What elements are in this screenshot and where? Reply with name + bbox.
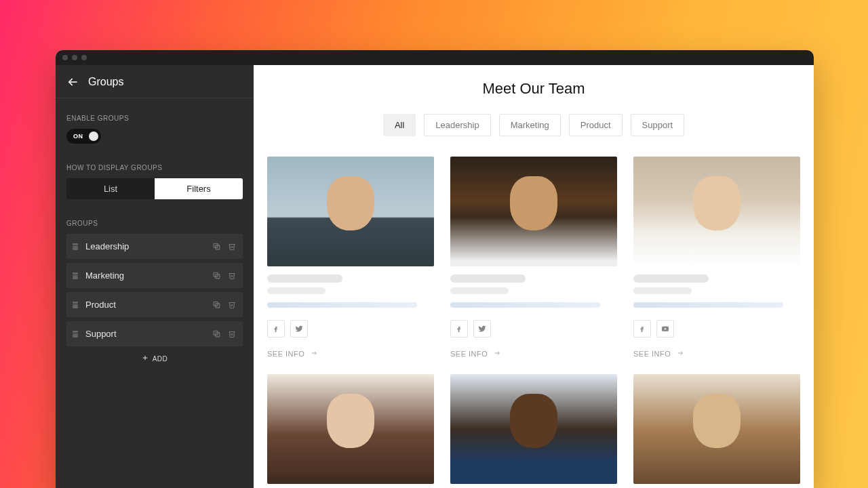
group-item-product[interactable]: Product bbox=[66, 292, 243, 317]
arrow-right-icon bbox=[310, 350, 318, 358]
display-mode-list[interactable]: List bbox=[66, 178, 155, 199]
group-item-label: Support bbox=[85, 329, 212, 339]
toggle-knob bbox=[89, 131, 98, 141]
arrow-right-icon bbox=[493, 350, 501, 358]
app-window: Groups ENABLE GROUPS ON HOW TO DISPLAY G… bbox=[56, 50, 814, 488]
see-info-link[interactable]: SEE INFO bbox=[633, 350, 800, 358]
group-item-label: Marketing bbox=[85, 270, 212, 281]
display-mode-filters[interactable]: Filters bbox=[155, 178, 243, 199]
group-item-label: Leadership bbox=[85, 241, 212, 251]
group-item-label: Product bbox=[85, 300, 212, 310]
facebook-icon[interactable] bbox=[267, 320, 285, 338]
filter-chip-product[interactable]: Product bbox=[569, 114, 623, 136]
delete-icon[interactable] bbox=[228, 271, 236, 280]
placeholder-role bbox=[267, 287, 326, 294]
duplicate-icon[interactable] bbox=[212, 242, 221, 251]
group-item-leadership[interactable]: Leadership bbox=[66, 234, 243, 259]
add-group-button[interactable]: ADD bbox=[66, 354, 243, 363]
team-card: SEE INFO bbox=[450, 157, 617, 358]
team-grid: SEE INFO bbox=[267, 157, 800, 484]
enable-groups-label: ENABLE GROUPS bbox=[66, 115, 243, 122]
group-item-support[interactable]: Support bbox=[66, 321, 243, 346]
duplicate-icon[interactable] bbox=[212, 329, 221, 338]
member-photo bbox=[267, 157, 434, 266]
enable-groups-toggle[interactable]: ON bbox=[66, 129, 101, 144]
group-item-marketing[interactable]: Marketing bbox=[66, 263, 243, 288]
placeholder-name bbox=[633, 274, 709, 283]
drag-handle-icon[interactable] bbox=[72, 243, 79, 249]
traffic-light-close[interactable] bbox=[62, 55, 68, 60]
youtube-icon[interactable] bbox=[656, 320, 674, 338]
member-photo bbox=[633, 157, 800, 266]
filter-chip-support[interactable]: Support bbox=[631, 114, 685, 136]
member-photo bbox=[267, 374, 434, 484]
back-arrow-icon[interactable] bbox=[66, 76, 79, 88]
placeholder-name bbox=[267, 274, 342, 283]
filter-row: All Leadership Marketing Product Support bbox=[267, 114, 800, 136]
see-info-link[interactable]: SEE INFO bbox=[450, 350, 617, 358]
delete-icon[interactable] bbox=[228, 300, 236, 309]
filter-chip-marketing[interactable]: Marketing bbox=[499, 114, 561, 136]
member-photo bbox=[450, 374, 617, 484]
page-title: Meet Our Team bbox=[267, 80, 800, 98]
facebook-icon[interactable] bbox=[450, 320, 468, 338]
team-card: SEE INFO bbox=[267, 157, 434, 358]
sidebar-title: Groups bbox=[88, 76, 123, 88]
member-photo bbox=[633, 374, 800, 484]
toggle-state-label: ON bbox=[73, 133, 83, 140]
placeholder-bio bbox=[267, 302, 417, 308]
drag-handle-icon[interactable] bbox=[72, 302, 79, 308]
placeholder-bio bbox=[450, 302, 600, 308]
placeholder-role bbox=[633, 287, 692, 294]
team-card bbox=[450, 374, 617, 484]
placeholder-name bbox=[450, 274, 526, 283]
traffic-light-zoom[interactable] bbox=[81, 55, 87, 60]
plus-icon bbox=[142, 354, 149, 363]
window-titlebar bbox=[56, 50, 814, 65]
add-button-label: ADD bbox=[153, 355, 168, 363]
groups-section-label: GROUPS bbox=[66, 220, 243, 227]
delete-icon[interactable] bbox=[228, 242, 236, 251]
facebook-icon[interactable] bbox=[633, 320, 651, 338]
team-card: SEE INFO bbox=[633, 157, 800, 358]
member-photo bbox=[450, 157, 617, 266]
preview-pane: Meet Our Team All Leadership Marketing P… bbox=[254, 65, 814, 488]
see-info-label: SEE INFO bbox=[633, 350, 671, 358]
display-mode-segmented: List Filters bbox=[66, 178, 243, 199]
twitter-icon[interactable] bbox=[290, 320, 308, 338]
placeholder-bio bbox=[633, 302, 783, 308]
delete-icon[interactable] bbox=[228, 329, 236, 338]
duplicate-icon[interactable] bbox=[212, 300, 221, 309]
filter-chip-all[interactable]: All bbox=[383, 114, 416, 136]
arrow-right-icon bbox=[676, 350, 684, 358]
twitter-icon[interactable] bbox=[473, 320, 491, 338]
team-card bbox=[267, 374, 434, 484]
see-info-link[interactable]: SEE INFO bbox=[267, 350, 434, 358]
duplicate-icon[interactable] bbox=[212, 271, 221, 280]
traffic-light-minimize[interactable] bbox=[72, 55, 77, 60]
see-info-label: SEE INFO bbox=[267, 350, 304, 358]
drag-handle-icon[interactable] bbox=[72, 272, 79, 279]
display-mode-label: HOW TO DISPLAY GROUPS bbox=[66, 164, 243, 171]
see-info-label: SEE INFO bbox=[450, 350, 488, 358]
placeholder-role bbox=[450, 287, 509, 294]
team-card bbox=[633, 374, 800, 484]
groups-list: Leadership Mark bbox=[66, 234, 243, 346]
drag-handle-icon[interactable] bbox=[72, 331, 79, 337]
sidebar: Groups ENABLE GROUPS ON HOW TO DISPLAY G… bbox=[56, 65, 254, 488]
filter-chip-leadership[interactable]: Leadership bbox=[424, 114, 490, 136]
